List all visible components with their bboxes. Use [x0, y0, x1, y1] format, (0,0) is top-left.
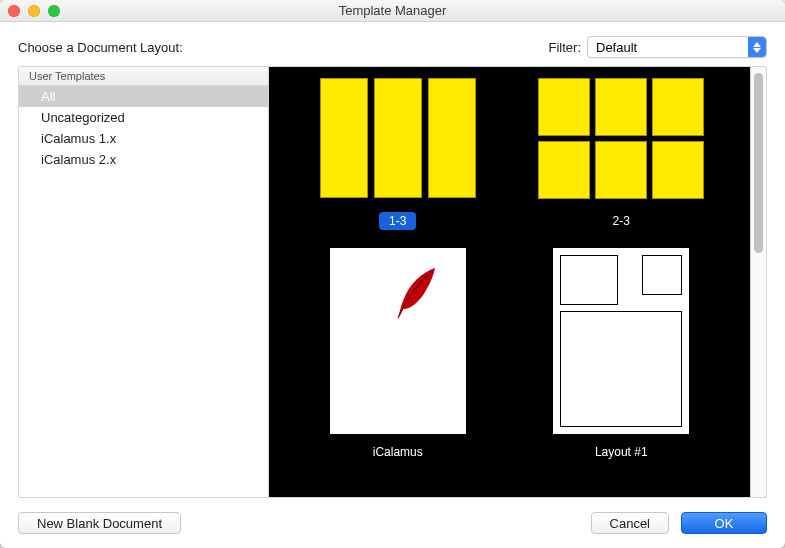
template-item[interactable]: iCalamus — [293, 248, 503, 461]
sidebar-item-uncategorized[interactable]: Uncategorized — [19, 107, 268, 128]
sidebar-item-icalamus-1x[interactable]: iCalamus 1.x — [19, 128, 268, 149]
sidebar: User Templates All Uncategorized iCalamu… — [19, 67, 269, 497]
filter-label: Filter: — [549, 40, 582, 55]
sidebar-item-all[interactable]: All — [19, 86, 268, 107]
topbar: Choose a Document Layout: Filter: Defaul… — [18, 36, 767, 58]
ok-button[interactable]: OK — [681, 512, 767, 534]
feather-icon — [390, 266, 440, 321]
close-icon[interactable] — [8, 5, 20, 17]
template-thumb — [303, 73, 493, 203]
window-title: Template Manager — [0, 3, 785, 18]
footer: New Blank Document Cancel OK — [18, 498, 767, 534]
gallery-wrap: 1-3 2-3 — [269, 67, 766, 497]
new-blank-button[interactable]: New Blank Document — [18, 512, 181, 534]
gallery: 1-3 2-3 — [269, 67, 750, 497]
content: Choose a Document Layout: Filter: Defaul… — [0, 22, 785, 548]
cancel-button[interactable]: Cancel — [591, 512, 669, 534]
scrollbar-thumb[interactable] — [754, 73, 763, 253]
page-icon — [330, 248, 466, 434]
minimize-icon[interactable] — [28, 5, 40, 17]
prompt-label: Choose a Document Layout: — [18, 40, 183, 55]
scrollbar[interactable] — [750, 67, 766, 497]
template-label: 2-3 — [603, 212, 640, 230]
svg-marker-0 — [753, 42, 761, 47]
template-thumb — [303, 248, 493, 434]
template-label: Layout #1 — [585, 443, 658, 461]
titlebar: Template Manager — [0, 0, 785, 22]
window-controls — [8, 5, 60, 17]
template-thumb — [526, 248, 716, 434]
template-label: 1-3 — [379, 212, 416, 230]
template-thumb — [526, 73, 716, 203]
template-item[interactable]: Layout #1 — [517, 248, 727, 461]
template-item[interactable]: 1-3 — [293, 73, 503, 230]
grid-2-3-icon — [538, 78, 704, 199]
sidebar-header: User Templates — [19, 67, 268, 86]
svg-marker-1 — [753, 48, 761, 53]
filter-value: Default — [596, 40, 637, 55]
window: Template Manager Choose a Document Layou… — [0, 0, 785, 548]
main: User Templates All Uncategorized iCalamu… — [18, 66, 767, 498]
filter-select[interactable]: Default — [587, 36, 767, 58]
chevron-updown-icon — [748, 37, 766, 57]
sidebar-item-icalamus-2x[interactable]: iCalamus 2.x — [19, 149, 268, 170]
filter: Filter: Default — [549, 36, 768, 58]
template-item[interactable]: 2-3 — [517, 73, 727, 230]
grid-1-3-icon — [303, 78, 493, 198]
layout-icon — [553, 248, 689, 434]
zoom-icon[interactable] — [48, 5, 60, 17]
template-label: iCalamus — [363, 443, 433, 461]
